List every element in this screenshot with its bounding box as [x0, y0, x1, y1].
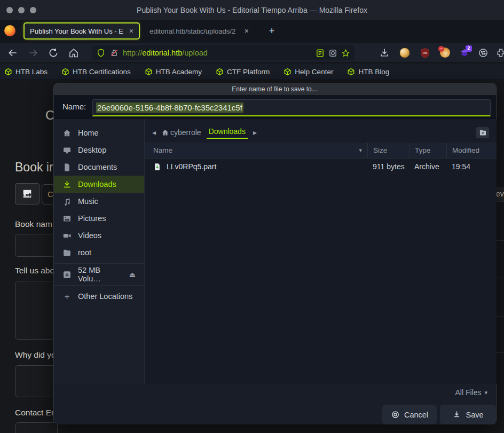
cover-preview-button[interactable] [15, 183, 40, 204]
forward-icon[interactable] [28, 48, 38, 58]
sidebar-item-desktop[interactable]: Desktop [54, 141, 144, 159]
window-titlebar[interactable]: Publish Your Book With Us - Editorial Ti… [0, 0, 504, 20]
folder-icon [62, 248, 72, 257]
partial-download-file-icon [153, 162, 161, 171]
back-icon[interactable] [7, 48, 18, 58]
filename-input[interactable]: 26e9060e-5156-4b8f-8b70-fc35c2341c5f [92, 99, 491, 116]
bookmark-star-icon[interactable] [341, 49, 350, 58]
htb-cube-icon [145, 68, 153, 76]
sidebar-item-home[interactable]: Home [54, 124, 144, 141]
file-list-header: Name ▾ Size Type Modified [145, 143, 497, 159]
sidebar-item-label: Other Locations [78, 292, 132, 301]
column-header-modified[interactable]: Modified [446, 143, 497, 158]
save-button[interactable]: Save [440, 405, 496, 424]
bookmark-htb-academy[interactable]: HTB Academy [145, 68, 202, 76]
save-label: Save [466, 411, 483, 419]
reader-mode-icon[interactable] [316, 49, 325, 58]
ublock-origin-extension-icon[interactable]: UO [420, 48, 430, 58]
foxyproxy-extension-icon[interactable] [399, 48, 410, 58]
tab-close-icon[interactable]: × [129, 27, 133, 35]
url-text[interactable]: http://editorial.htb/upload [123, 49, 312, 57]
file-size: 911 bytes [367, 159, 409, 175]
breadcrumb-home[interactable]: cyberrole [161, 128, 201, 137]
filter-label: All Files [455, 388, 481, 397]
file-list: Name ▾ Size Type Modified LLv0RPq5.part … [145, 143, 497, 384]
desktop-icon [62, 146, 72, 155]
tab-title: editorial.htb/static/uploads/2 [149, 27, 240, 35]
window-title: Publish Your Book With Us - Editorial Ti… [0, 0, 504, 20]
tab-title: Publish Your Book With Us - E [30, 27, 125, 35]
plus-icon: + [62, 292, 72, 301]
sidebar-item-videos[interactable]: Videos [54, 227, 144, 244]
navigation-toolbar: http://editorial.htb/upload UO – 2 [0, 43, 504, 63]
extensions-puzzle-icon[interactable] [495, 48, 504, 58]
music-note-icon [62, 197, 72, 206]
bookmark-label: Help Center [295, 68, 333, 76]
bookmark-htb-certifications[interactable]: HTB Certifications [61, 68, 131, 76]
path-forward-icon[interactable]: ▸ [253, 128, 257, 137]
file-name: LLv0RPq5.part [167, 162, 216, 171]
tracking-shield-icon[interactable] [96, 48, 106, 58]
page-edge-line [497, 240, 504, 241]
bookmark-htb-blog[interactable]: HTB Blog [347, 68, 389, 76]
firefox-logo-icon [4, 25, 15, 36]
screenshot-icon[interactable] [328, 49, 337, 58]
wappalyzer-extension-icon[interactable]: 2 [459, 48, 470, 58]
why-publish-textarea[interactable] [15, 365, 58, 397]
dropdown-arrow-icon: ▾ [484, 389, 487, 396]
about-book-textarea[interactable] [15, 281, 58, 340]
insecure-lock-icon[interactable] [109, 48, 119, 58]
home-icon[interactable] [68, 48, 79, 58]
column-header-size[interactable]: Size [367, 143, 409, 158]
breadcrumb-downloads[interactable]: Downloads [207, 126, 248, 139]
contact-email-input[interactable] [15, 422, 58, 433]
sidebar-item-other-locations[interactable]: + Other Locations [54, 288, 144, 305]
bookmark-label: CTF Platform [227, 68, 270, 76]
sidebar-item-root[interactable]: root [54, 244, 144, 261]
cookie-editor-extension-icon[interactable] [478, 48, 489, 58]
sidebar-item-label: Downloads [78, 180, 116, 188]
hacktools-extension-icon[interactable]: – [440, 48, 451, 58]
sidebar-item-downloads[interactable]: Downloads [54, 176, 144, 193]
reload-icon[interactable] [48, 48, 59, 58]
preview-button-fragment[interactable]: ev [496, 187, 504, 201]
sidebar-item-volume[interactable]: 52 MB Volu… ⏏ [54, 266, 144, 283]
tab-editorial-uploads[interactable]: editorial.htb/static/uploads/2 × [144, 22, 254, 40]
broken-image-icon [21, 188, 33, 200]
new-tab-button[interactable]: + [266, 26, 278, 37]
url-scheme: http:// [123, 49, 142, 57]
new-folder-button[interactable] [476, 127, 489, 138]
book-name-input[interactable] [15, 234, 58, 257]
cancel-button[interactable]: Cancel [382, 405, 437, 424]
drive-icon [62, 270, 72, 279]
book-name-label: Book nam [15, 219, 52, 229]
ublock-text: UO [423, 51, 428, 54]
bookmark-label: HTB Certifications [73, 68, 131, 76]
dialog-footer: All Files ▾ Cancel Save [54, 384, 496, 424]
column-header-name[interactable]: Name ▾ [145, 146, 367, 154]
count-badge: 2 [466, 45, 472, 52]
dialog-titlebar[interactable]: Enter name of file to save to… [54, 83, 496, 95]
tab-close-icon[interactable]: × [245, 27, 249, 35]
eject-icon[interactable]: ⏏ [129, 271, 136, 279]
home-icon [62, 129, 72, 138]
url-bar[interactable]: http://editorial.htb/upload [92, 45, 355, 60]
sidebar-item-pictures[interactable]: Pictures [54, 210, 144, 227]
breadcrumb-label: cyberrole [170, 128, 201, 137]
htb-cube-icon [216, 68, 224, 76]
file-type-filter-dropdown[interactable]: All Files ▾ [455, 388, 487, 397]
sidebar-divider [54, 285, 144, 286]
downloads-icon[interactable] [379, 48, 390, 58]
column-header-type[interactable]: Type [409, 143, 446, 158]
tab-publish-your-book[interactable]: Publish Your Book With Us - E × [23, 22, 140, 40]
sidebar-item-label: Videos [78, 231, 101, 240]
bookmark-htb-labs[interactable]: HTB Labs [4, 68, 48, 76]
sidebar-item-documents[interactable]: Documents [54, 159, 144, 176]
sidebar-divider [54, 263, 144, 264]
file-row-llv0rpq5[interactable]: LLv0RPq5.part 911 bytes Archive 19:54 [145, 159, 497, 175]
bookmark-help-center[interactable]: Help Center [284, 68, 333, 76]
sidebar-item-label: Desktop [78, 146, 106, 154]
sidebar-item-music[interactable]: Music [54, 193, 144, 210]
bookmark-ctf-platform[interactable]: CTF Platform [216, 68, 270, 76]
path-back-icon[interactable]: ◂ [152, 128, 156, 137]
